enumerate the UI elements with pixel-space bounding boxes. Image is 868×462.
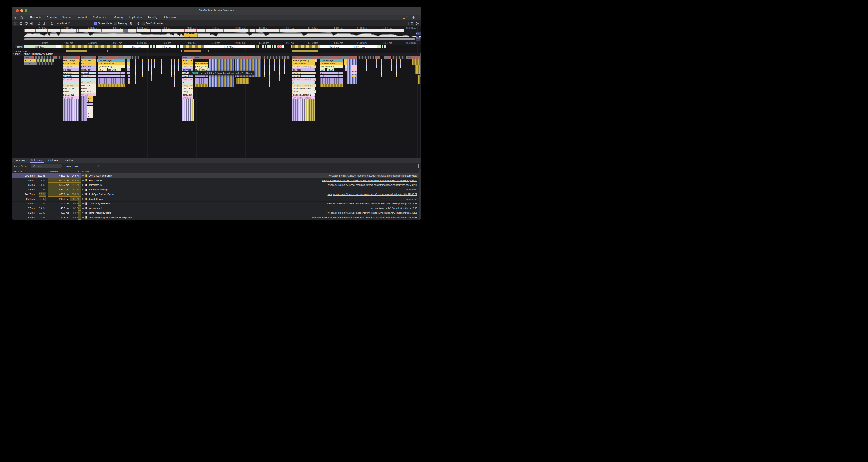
frame-block[interactable] [372,45,376,48]
flame-frame[interactable]: batc...es$1 [182,93,193,96]
frame-block[interactable]: 700.7 ms [156,45,176,48]
upload-icon[interactable] [37,22,41,25]
column-header-total-time[interactable]: Total time▼ [46,169,81,173]
flame-frame[interactable]: n... [87,115,93,118]
flame-frame[interactable] [351,68,357,71]
flame-frame[interactable]: On ignor...^node:) [292,84,315,87]
activity-source-link[interactable]: webpack-internal:///./src/components/ann… [328,211,417,214]
disclosure-right-icon[interactable]: ▶ [83,193,84,195]
flame-frame[interactable]: Ev...pt [24,59,36,62]
flame-frame[interactable]: Funct... call [63,62,79,65]
flame-frame[interactable]: On ignor...^node:) [292,78,315,80]
flame-frame[interactable]: (anonymous) [320,65,343,68]
timeline-detail[interactable]: 1,000 ms2,000 ms3,000 ms4,000 ms5,000 ms… [12,41,421,158]
flame-frame[interactable]: Event...er [182,59,193,62]
column-header-self-time[interactable]: Self time [12,169,46,173]
flame-frame[interactable]: notify [182,90,193,93]
flame-task[interactable] [132,56,133,59]
interaction-bar[interactable] [67,50,87,52]
flame-frame[interactable]: (a...) [98,68,107,71]
frame-block[interactable] [61,45,123,48]
details-tab-bottom-up[interactable]: Bottom-up [28,158,45,163]
flame-frame[interactable]: On message [320,59,343,62]
tab-network[interactable]: Network [75,14,90,21]
flame-frame[interactable]: s [292,81,315,84]
disclosure-right-icon[interactable]: ▶ [83,189,84,191]
flame-frame[interactable]: (an...us) [107,68,121,71]
table-row[interactable]: 0.1 ms0.0 %49.7 ms6.9 %▶componentDidUpda… [12,210,419,216]
table-row[interactable]: 0.3 ms0.0 %681.0 ms94.2 %▶batchedUpdates… [12,187,419,192]
record-icon[interactable] [19,22,23,25]
flame-frame[interactable]: O... [87,103,93,105]
tab-security[interactable]: Security [145,14,160,21]
frames-track-label[interactable]: ▶ Frames [12,45,24,48]
grouping-select[interactable]: No grouping ▼ [64,164,101,168]
flame-frame[interactable] [315,84,316,87]
table-row[interactable]: 201.3 ms27.9 %686.1 ms94.9 %▶Event: reac… [12,173,419,178]
table-row[interactable]: 25.1 ms3.5 %219.5 ms30.4 %▶dispatchEvent… [12,197,419,202]
flame-frame[interactable]: notifyNestedSubs [292,87,315,90]
flame-frame[interactable] [126,59,126,62]
flame-task[interactable] [384,56,391,59]
flame-frame[interactable]: onPress [63,68,79,71]
details-tab-call-tree[interactable]: Call tree [46,158,61,163]
flame-frame[interactable] [79,59,80,62]
flame-task[interactable]: Task [81,56,96,59]
flame-frame[interactable] [127,75,130,77]
table-row[interactable]: 0.2 ms0.0 %64.5 ms8.9 %▶commitLayoutEffe… [12,201,419,206]
disclosure-right-icon[interactable]: ▶ [83,203,84,204]
flame-frame[interactable] [316,59,317,62]
frame-block[interactable] [377,45,386,48]
table-row[interactable]: 0.5 ms0.1 %682.7 ms94.4 %▶onPointerUpweb… [12,183,419,188]
flame-frame[interactable]: Function call [292,62,315,65]
memory-checkbox[interactable]: Memory [114,22,127,25]
flame-frame[interactable]: onPress [292,71,315,74]
flame-frame[interactable] [127,59,130,62]
frame-block[interactable] [282,45,284,48]
flame-frame[interactable]: s [63,81,79,84]
tab-console[interactable]: Console [44,14,59,21]
screenshots-checkbox[interactable]: ✓Screenshots [94,22,112,25]
garbage-icon[interactable] [129,22,133,25]
flame-frame[interactable]: s [81,78,96,80]
flame-frame[interactable]: On ig...de:) [63,78,79,80]
flame-frame[interactable] [127,71,130,74]
disclosure-right-icon[interactable]: ▶ [83,207,84,209]
capture-settings-gear-icon[interactable]: ⚙ [411,22,413,25]
flame-frame[interactable]: n... [87,112,93,115]
activity-source-link[interactable]: webpack-internal:///./src/components/ann… [312,216,417,219]
frame-block[interactable] [180,45,183,48]
interactions-track-label[interactable]: ▶ Interactions [12,50,27,52]
flame-frame[interactable]: Pr...ad [24,62,36,65]
frame-block[interactable] [153,45,156,48]
flame-frame[interactable]: s [182,81,193,84]
frame-block[interactable] [56,45,61,48]
flame-frame[interactable] [344,59,347,62]
dim-3rd-parties-checkbox[interactable]: Dim 3rd parties [142,22,163,25]
flame-task[interactable]: Task [406,56,421,59]
flame-frame[interactable]: On ignor...^node:) [292,97,315,99]
flame-frame[interactable]: On ig...de:) [63,65,79,68]
flame-frame[interactable]: (anonymous) [98,65,125,68]
flame-frame[interactable]: On ig...de:) [63,97,79,99]
frame-block[interactable] [258,45,260,48]
overview-scrollbar[interactable] [24,38,415,40]
flame-frame[interactable]: On i...de:) [81,93,96,96]
inspect-icon[interactable] [14,16,17,19]
flame-frame[interactable]: Run microtasks [194,62,208,65]
flame-frame[interactable]: onPress [63,71,79,74]
flame-task[interactable]: Task [98,56,126,59]
clear-icon[interactable] [30,22,33,25]
flame-frame[interactable] [127,65,130,68]
flame-frame[interactable] [315,59,316,62]
help-icon[interactable]: ? [415,22,419,25]
interaction-bar[interactable] [292,50,318,52]
flame-frame[interactable] [127,68,130,71]
flame-frame[interactable] [344,62,347,65]
disclosure-right-icon[interactable]: ▶ [83,184,84,186]
flame-frame[interactable] [97,59,97,62]
flame-frame[interactable] [128,78,130,80]
frame-block[interactable] [183,45,204,48]
flame-scrollbar[interactable] [420,53,421,158]
flame-frame[interactable]: noti...ubs [81,84,96,87]
